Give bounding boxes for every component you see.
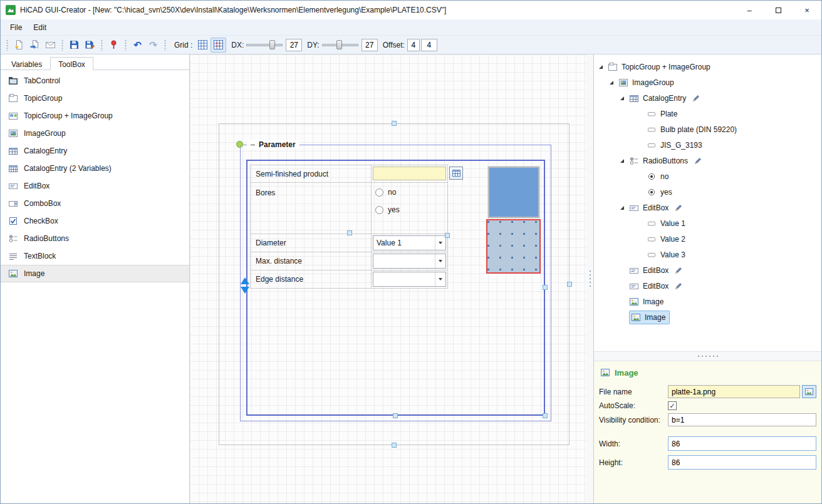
catalog-browse-button[interactable] [449,167,463,180]
import-button[interactable] [43,38,58,53]
expander-icon[interactable] [619,95,629,101]
menu-file[interactable]: File [4,21,28,34]
toolbox-item-image[interactable]: Image [1,265,189,282]
dropdown-button[interactable] [435,254,445,268]
image-plate-bores-selected[interactable] [486,219,541,274]
width-input[interactable] [668,436,816,451]
reorder-down-arrow[interactable] [241,287,249,294]
tree-item-image-1[interactable]: Image [594,294,821,309]
resize-handle[interactable] [543,285,548,290]
edit-pencil-icon[interactable] [692,94,700,103]
resize-handle[interactable] [393,413,398,418]
edit-pencil-icon[interactable] [674,203,683,212]
dx-slider-thumb[interactable] [269,40,275,49]
open-file-button[interactable] [27,38,43,53]
toolbox-item-catalogentry-2[interactable]: CatalogEntry (2 Variables) [1,160,189,177]
radio-option-no[interactable]: no [375,188,447,197]
new-file-button[interactable] [11,38,27,53]
expander-icon[interactable] [608,80,618,86]
resize-handle[interactable] [567,282,572,287]
undo-button[interactable]: ↶ [130,38,145,53]
toolbox-item-checkbox[interactable]: CheckBox [1,212,189,230]
tree-item-topicgroup-imagegroup[interactable]: TopicGroup + ImageGroup [594,59,821,75]
toolbar-grip[interactable] [6,39,9,51]
grid-toggle-button[interactable] [195,38,211,53]
vertical-splitter[interactable] [586,54,594,503]
dropdown-button[interactable] [435,236,445,250]
maximize-button[interactable] [764,1,793,19]
tree-item-bulb-plate[interactable]: Bulb plate (DIN 59220) [594,121,821,137]
visibility-input[interactable] [668,413,816,426]
tab-variables[interactable]: Variables [3,57,50,70]
horizontal-splitter[interactable] [594,351,821,361]
image-plate-solid[interactable] [488,167,539,218]
tree-item-editbox-1[interactable]: EditBox [594,200,821,215]
resize-handle[interactable] [445,233,450,238]
snap-grid-button[interactable] [211,38,226,53]
save-as-button[interactable] [82,38,98,53]
edit-pencil-icon[interactable] [674,266,683,275]
tree-item-image-2[interactable]: Image [594,309,821,325]
browse-image-button[interactable] [802,385,816,398]
minimize-button[interactable]: – [735,1,764,19]
toolbox-item-topicgroup[interactable]: TopicGroup [1,90,189,107]
tree-item-editbox-2[interactable]: EditBox [594,262,821,278]
pin-button[interactable] [106,38,122,53]
toolbar-grip[interactable] [124,39,127,51]
resize-handle[interactable] [347,230,352,235]
offset-y-input[interactable] [421,39,437,51]
toolbar-grip[interactable] [164,39,167,51]
dropdown-button[interactable] [435,272,445,286]
max-distance-combobox[interactable] [373,254,446,269]
tree-item-value-2[interactable]: Value 2 [594,231,821,247]
dx-slider[interactable] [246,39,283,51]
toolbox-item-radiobuttons[interactable]: RadioButtons [1,230,189,247]
tree-item-plate[interactable]: Plate [594,106,821,121]
tree-item-imagegroup[interactable]: ImageGroup [594,75,821,90]
toolbox-item-tabcontrol[interactable]: TabControl [1,72,189,90]
redo-button[interactable]: ↷ [145,38,161,53]
radio-icon[interactable] [375,206,383,214]
toolbox-item-textblock[interactable]: TextBlock [1,247,189,265]
tree-item-jis-g-3193[interactable]: JIS_G_3193 [594,137,821,153]
dy-slider-thumb[interactable] [336,40,342,49]
dy-slider[interactable] [322,39,358,51]
toolbar-grip[interactable] [61,39,64,51]
tree-selected-item[interactable]: Image [629,311,670,324]
dx-input[interactable] [286,39,302,51]
radio-option-yes[interactable]: yes [375,205,447,214]
edit-pencil-icon[interactable] [674,282,683,291]
menu-edit[interactable]: Edit [28,21,52,34]
radio-icon[interactable] [375,188,383,197]
close-button[interactable]: × [793,1,821,19]
edit-pencil-icon[interactable] [694,157,702,165]
tree-item-no[interactable]: no [594,168,821,184]
save-button[interactable] [66,38,82,53]
design-canvas[interactable]: Parameter Semi-finished product Bores no… [190,54,586,503]
toolbox-item-editbox[interactable]: EditBox [1,177,189,195]
toolbox-item-combobox[interactable]: ComboBox [1,195,189,212]
dy-input[interactable] [362,39,378,51]
tab-toolbox[interactable]: ToolBox [50,57,93,70]
toolbox-item-topicgroup-imagegroup[interactable]: TopicGroup + ImageGroup [1,107,189,125]
tree-item-value-3[interactable]: Value 3 [594,247,821,262]
autoscale-checkbox[interactable]: ✓ [668,401,677,410]
offset-x-input[interactable] [407,39,420,51]
file-name-input[interactable] [668,385,800,398]
tree-item-yes[interactable]: yes [594,184,821,200]
resize-handle[interactable] [392,443,397,448]
reorder-up-arrow[interactable] [241,277,249,284]
semi-finished-editbox[interactable] [373,167,446,180]
toolbar-grip[interactable] [100,39,103,51]
resize-handle[interactable] [543,413,548,418]
tree-item-value-1[interactable]: Value 1 [594,215,821,231]
edge-distance-combobox[interactable] [373,272,446,287]
expander-icon[interactable] [619,158,629,164]
toolbox-item-imagegroup[interactable]: ImageGroup [1,125,189,142]
diameter-combobox[interactable]: Value 1 [373,235,446,250]
tree-item-catalogentry[interactable]: CatalogEntry [594,90,821,106]
move-handle[interactable] [236,141,243,148]
resize-handle[interactable] [392,121,397,126]
tree-item-editbox-3[interactable]: EditBox [594,278,821,294]
expander-icon[interactable] [598,64,608,70]
